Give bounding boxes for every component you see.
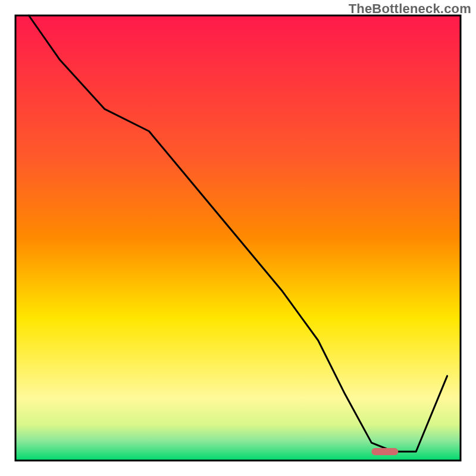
watermark-text: TheBottleneck.com bbox=[349, 1, 471, 17]
optimal-marker bbox=[371, 448, 398, 455]
bottleneck-chart: TheBottleneck.com bbox=[0, 0, 476, 476]
chart-svg bbox=[0, 0, 476, 476]
